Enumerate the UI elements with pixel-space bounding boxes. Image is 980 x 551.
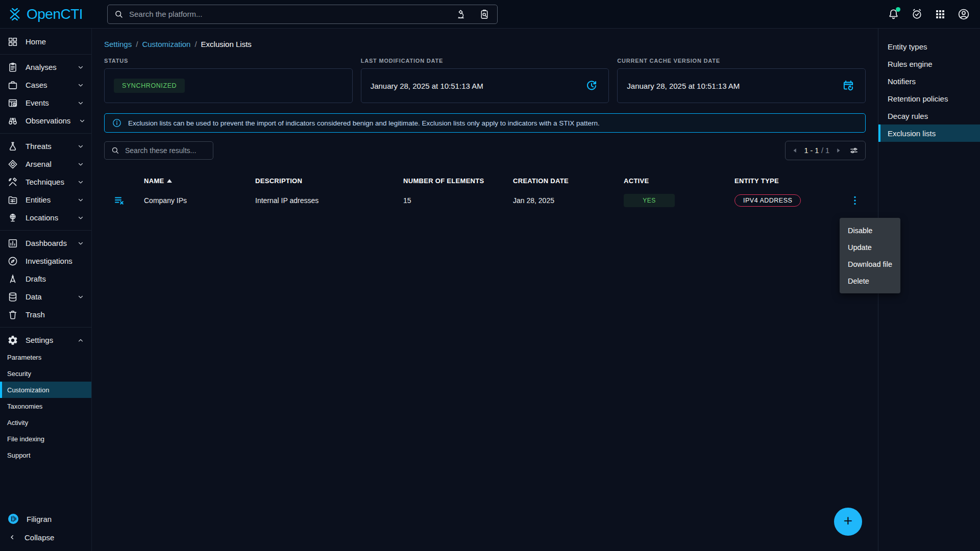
platform-search[interactable] [107,5,498,24]
sidebar-item-entities[interactable]: Entities [0,191,91,209]
status-card: SYNCHRONIZED [104,68,353,103]
subitem-label: Customization [7,386,49,394]
sidebar-item-drafts[interactable]: Drafts [0,270,91,288]
breadcrumb-separator: / [194,40,197,48]
sidebar-item-analyses[interactable]: Analyses [0,58,91,76]
sidebar-item-threats[interactable]: Threats [0,137,91,155]
right-nav-label: Entity types [888,42,927,51]
microscope-icon[interactable] [453,6,471,23]
sidebar-item-label: Drafts [26,274,46,283]
opencti-logo[interactable]: OpenCTI [0,6,92,23]
breadcrumb-settings[interactable]: Settings [104,40,132,48]
search-icon [111,146,120,155]
apps-grid-icon[interactable] [933,7,947,21]
menu-item-delete[interactable]: Delete [840,272,900,289]
sidebar-subitem-parameters[interactable]: Parameters [0,349,91,365]
account-icon[interactable] [957,7,971,21]
results-search[interactable] [104,141,213,160]
status-cards: STATUS SYNCHRONIZED LAST MODIFICATION DA… [104,58,866,103]
header-creation-date[interactable]: CREATION DATE [513,177,624,185]
menu-item-update[interactable]: Update [840,239,900,256]
notifications-bell-icon[interactable] [886,7,900,21]
sidebar-item-dashboards[interactable]: Dashboards [0,234,91,252]
results-search-input[interactable] [125,146,207,155]
exclusion-list-icon [113,194,126,207]
right-nav-label: Notifiers [888,77,916,86]
sidebar-item-techniques[interactable]: Techniques [0,173,91,191]
sidebar-subitem-security[interactable]: Security [0,365,91,382]
chevron-down-icon [78,116,87,126]
right-nav-notifiers[interactable]: Notifiers [878,72,980,90]
observations-icon [7,115,18,127]
sidebar-subitem-activity[interactable]: Activity [0,414,91,431]
sidebar-item-arsenal[interactable]: Arsenal [0,155,91,173]
search-icon [114,9,124,19]
threats-icon [7,141,18,152]
clipboard-search-icon[interactable] [476,6,493,23]
table-row[interactable]: Company IPs Internal IP adresses 15 Jan … [104,188,866,213]
arsenal-icon [7,159,18,170]
display-settings-icon[interactable] [849,145,859,156]
sidebar-subitem-customization[interactable]: Customization [0,382,91,398]
right-nav-exclusion-lists[interactable]: Exclusion lists [878,124,980,142]
collapse-button[interactable]: Collapse [0,529,91,546]
data-icon [7,291,18,303]
menu-item-download-file[interactable]: Download file [840,256,900,272]
pagination-prev-icon[interactable] [792,147,799,154]
home-icon [7,36,18,47]
platform-search-input[interactable] [129,10,448,18]
row-kebab-menu-icon[interactable] [849,194,861,207]
breadcrumb: Settings / Customization / Exclusion Lis… [104,40,866,48]
header-label: ENTITY TYPE [734,177,779,185]
chevron-left-icon [8,533,16,541]
subitem-label: Parameters [7,354,41,361]
breadcrumb-customization[interactable]: Customization [142,40,190,48]
right-nav-entity-types[interactable]: Entity types [878,38,980,55]
exclusion-lists-table: NAME DESCRIPTION NUMBER OF ELEMENTS CREA… [104,173,866,213]
sidebar-item-label: Events [26,98,49,107]
add-exclusion-list-fab[interactable]: + [834,508,862,536]
sidebar-subitem-file-indexing[interactable]: File indexing [0,431,91,447]
sidebar-item-data[interactable]: Data [0,288,91,306]
subitem-label: File indexing [7,435,44,443]
sidebar-item-events[interactable]: Events [0,94,91,112]
header-number-of-elements[interactable]: NUMBER OF ELEMENTS [403,177,513,185]
header-name[interactable]: NAME [144,177,255,185]
calendar-refresh-icon[interactable] [841,78,856,93]
right-nav-label: Decay rules [888,112,928,120]
filigran-brand[interactable]: Filigran [0,509,91,529]
right-nav-label: Retention policies [888,94,948,103]
sidebar-item-locations[interactable]: Locations [0,209,91,227]
sidebar-item-investigations[interactable]: Investigations [0,252,91,270]
sidebar-item-settings[interactable]: Settings [0,331,91,349]
sidebar-item-label: Cases [26,81,47,89]
sidebar-item-home[interactable]: Home [0,33,91,51]
right-nav-retention-policies[interactable]: Retention policies [878,90,980,107]
right-nav-rules-engine[interactable]: Rules engine [878,55,980,72]
header-description[interactable]: DESCRIPTION [255,177,403,185]
sidebar-item-label: Trash [26,310,45,319]
sidebar-item-cases[interactable]: Cases [0,76,91,94]
header-entity-type[interactable]: ENTITY TYPE [734,177,849,185]
right-nav-decay-rules[interactable]: Decay rules [878,107,980,124]
notification-dot [896,7,900,12]
collapse-label: Collapse [24,533,54,542]
sidebar-item-trash[interactable]: Trash [0,306,91,323]
pagination-next-icon[interactable] [835,147,842,154]
sidebar-subitem-taxonomies[interactable]: Taxonomies [0,398,91,414]
logo-text: OpenCTI [27,6,83,22]
status-card-wrap: STATUS SYNCHRONIZED [104,58,353,103]
right-nav-label: Rules engine [888,60,933,68]
results-toolbar: 1 - 1 / 1 [104,141,866,160]
pagination-count: 1 - 1 [804,146,819,155]
sidebar-item-observations[interactable]: Observations [0,112,91,130]
header-active[interactable]: ACTIVE [624,177,734,185]
breadcrumb-separator: / [136,40,138,48]
refresh-update-icon[interactable] [584,78,599,93]
alarm-check-icon[interactable] [910,7,924,21]
sidebar-item-label: Data [26,292,42,301]
sidebar-subitem-support[interactable]: Support [0,447,91,463]
chevron-down-icon [76,195,85,205]
menu-item-disable[interactable]: Disable [840,222,900,239]
trash-icon [7,309,18,320]
